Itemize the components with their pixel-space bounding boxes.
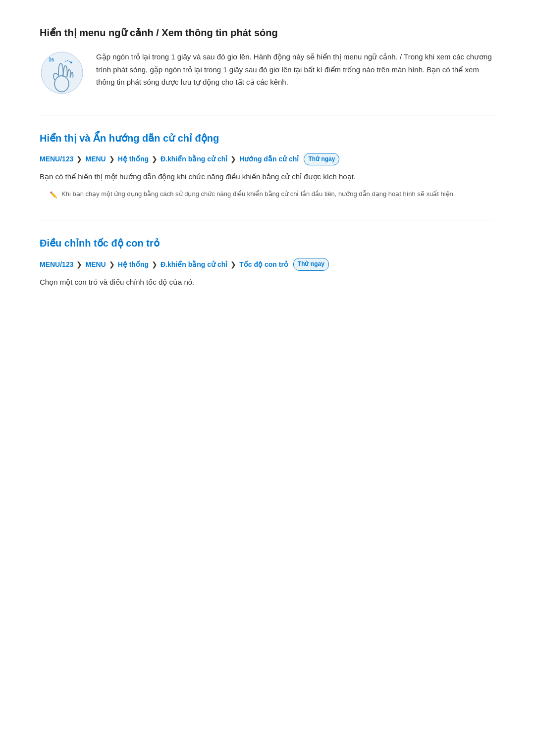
gesture-guide-note: ✏️ Khi bạn chạy một ứng dụng bằng cách s… — [50, 189, 495, 201]
breadcrumb-cs-menu123[interactable]: MENU/123 — [40, 259, 73, 270]
breadcrumb-menu[interactable]: MENU — [85, 153, 106, 164]
breadcrumb-cs-sep-1: ❯ — [76, 259, 82, 270]
section-divider-1 — [40, 115, 495, 115]
context-menu-description: Gặp ngón trỏ lại trong 1 giây và sau đó … — [96, 50, 495, 89]
breadcrumb-cs-sep-3: ❯ — [152, 259, 158, 270]
breadcrumb-cs-he-thong[interactable]: Hệ thống — [118, 259, 149, 270]
breadcrumb-gesture-guide: MENU/123 ❯ MENU ❯ Hệ thống ❯ Đ.khiển bằn… — [40, 153, 495, 165]
svg-text:1s: 1s — [49, 57, 54, 62]
gesture-hand-icon: 1s — [40, 50, 84, 95]
breadcrumb-cs-dkhien[interactable]: Đ.khiển bằng cử chỉ — [160, 259, 227, 270]
breadcrumb-cs-sep-4: ❯ — [230, 259, 236, 270]
breadcrumb-menu123[interactable]: MENU/123 — [40, 153, 73, 164]
section-context-menu: Hiển thị menu ngữ cảnh / Xem thông tin p… — [40, 25, 495, 95]
section-divider-2 — [40, 220, 495, 220]
breadcrumb-dkhien[interactable]: Đ.khiển bằng cử chỉ — [160, 153, 227, 164]
breadcrumb-cs-sep-2: ❯ — [109, 259, 115, 270]
breadcrumb-sep-4: ❯ — [230, 153, 236, 164]
breadcrumb-cs-menu[interactable]: MENU — [85, 259, 106, 270]
cursor-speed-description: Chọn một con trỏ và điều chỉnh tốc độ củ… — [40, 276, 495, 289]
breadcrumb-sep-3: ❯ — [152, 153, 158, 164]
breadcrumb-sep-1: ❯ — [76, 153, 82, 164]
section-title-gesture-guide: Hiển thị và Ẩn hướng dẫn cử chỉ động — [40, 130, 495, 146]
gesture-illustration: 1s — [40, 50, 495, 95]
breadcrumb-he-thong[interactable]: Hệ thống — [118, 153, 149, 164]
pencil-icon: ✏️ — [50, 190, 57, 201]
breadcrumb-sep-2: ❯ — [109, 153, 115, 164]
section-title-cursor-speed: Điều chỉnh tốc độ con trỏ — [40, 235, 495, 251]
gesture-guide-description: Bạn có thể hiển thị một hướng dẫn động k… — [40, 170, 495, 183]
breadcrumb-cs-toc-do[interactable]: Tốc độ con trỏ — [239, 259, 288, 270]
section-title-context-menu: Hiển thị menu ngữ cảnh / Xem thông tin p… — [40, 25, 495, 41]
try-now-badge-1[interactable]: Thử ngay — [304, 153, 339, 165]
svg-point-0 — [41, 52, 83, 94]
section-cursor-speed: Điều chỉnh tốc độ con trỏ MENU/123 ❯ MEN… — [40, 235, 495, 288]
try-now-badge-2[interactable]: Thử ngay — [293, 258, 329, 270]
gesture-guide-note-text: Khi bạn chạy một ứng dụng bằng cách sử d… — [61, 189, 455, 200]
breadcrumb-huong-dan[interactable]: Hướng dẫn cử chỉ — [239, 153, 299, 164]
section-gesture-guide: Hiển thị và Ẩn hướng dẫn cử chỉ động MEN… — [40, 130, 495, 200]
breadcrumb-cursor-speed: MENU/123 ❯ MENU ❯ Hệ thống ❯ Đ.khiển bằn… — [40, 258, 495, 270]
